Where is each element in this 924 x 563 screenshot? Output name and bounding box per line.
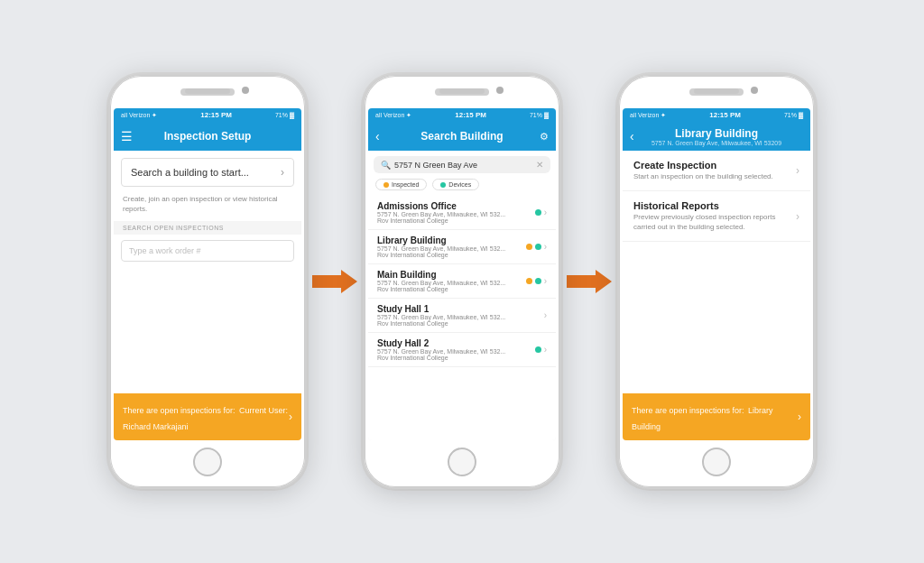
chevron-right-icon: › (281, 166, 284, 179)
phone-2-status-bar: all Verizon ✦ 12:15 PM 71% ▓ (368, 108, 556, 122)
hamburger-icon[interactable]: ☰ (121, 129, 133, 143)
building-item-right: › (535, 345, 547, 355)
hint-text: Create, join an open inspection or view … (114, 194, 301, 221)
building-item[interactable]: Library Building5757 N. Green Bay Ave, M… (368, 230, 556, 264)
building-address: 5757 N. Green Bay Ave, Milwaukee, WI 532… (377, 314, 505, 320)
building-item[interactable]: Main Building5757 N. Green Bay Ave, Milw… (368, 264, 556, 299)
building-item[interactable]: Study Hall 25757 N. Green Bay Ave, Milwa… (368, 333, 556, 367)
section-label: SEARCH OPEN INSPECTIONS (114, 221, 301, 235)
phone-2-wrapper: all Verizon ✦ 12:15 PM 71% ▓ ‹ Search Bu… (363, 74, 561, 489)
historical-reports-desc: Preview previously closed inspection rep… (633, 213, 796, 232)
building-address: 5757 N. Green Bay Ave, Milwaukee, WI 532… (377, 211, 505, 217)
notification-bar-1[interactable]: There are open inspections for: Current … (114, 393, 301, 440)
phone-3-wrapper: all Verizon ✦ 12:15 PM 71% ▓ ‹ Library B… (617, 74, 816, 489)
building-org: Rov International College (377, 355, 505, 361)
building-name: Study Hall 2 (377, 338, 505, 348)
filter-chip-devices[interactable]: Devices (432, 179, 479, 190)
work-order-input[interactable]: Type a work order # (121, 240, 294, 262)
historical-reports-title: Historical Reports (633, 200, 796, 211)
chevron-right-icon: › (544, 345, 547, 355)
phone-3-speaker (694, 88, 739, 94)
chevron-right-icon: › (544, 208, 547, 217)
chevron-right-icon: › (544, 310, 547, 320)
building-item-info: Main Building5757 N. Green Bay Ave, Milw… (377, 270, 505, 292)
notif-line1-3: There are open inspections for: (632, 406, 744, 415)
phone-2: all Verizon ✦ 12:15 PM 71% ▓ ‹ Search Bu… (363, 74, 561, 489)
back-icon-3[interactable]: ‹ (630, 129, 634, 143)
chevron-right-icon: › (544, 276, 547, 286)
building-item[interactable]: Study Hall 15757 N. Green Bay Ave, Milwa… (368, 299, 556, 333)
time-display-2: 12:15 PM (455, 111, 486, 119)
historical-reports-item[interactable]: Historical Reports Preview previously cl… (623, 191, 810, 242)
notif-line1: There are open inspections for: (123, 406, 236, 415)
filter-inspected-label: Inspected (392, 181, 419, 188)
building-address: 5757 N. Green Bay Ave, Milwaukee, WI 532… (377, 245, 505, 252)
building-address: 5757 N. Green Bay Ave, Milwaukee, WI 532… (377, 348, 505, 355)
arrow-1 (307, 268, 363, 295)
search-bar[interactable]: 🔍 5757 N Green Bay Ave ✕ (374, 156, 550, 173)
phone-1-speaker (185, 88, 230, 94)
phone-1: all Verizon ✦ 12:15 PM 71% ▓ ☰ Inspectio… (108, 74, 307, 489)
phone-3-content: Create Inspection Start an inspection on… (623, 151, 810, 440)
search-building-button[interactable]: Search a building to start... › (121, 158, 294, 187)
building-item-right: › (544, 310, 547, 320)
phone-3: all Verizon ✦ 12:15 PM 71% ▓ ‹ Library B… (617, 74, 816, 489)
svg-marker-0 (312, 270, 357, 293)
notification-text: There are open inspections for: Current … (123, 401, 289, 433)
building-item-info: Library Building5757 N. Green Bay Ave, M… (377, 235, 505, 258)
phone-2-nav-bar: ‹ Search Building ⚙ (368, 122, 556, 151)
building-org: Rov International College (377, 320, 505, 327)
device-dot-indicator (535, 209, 541, 216)
create-inspection-item[interactable]: Create Inspection Start an inspection on… (623, 151, 810, 191)
chevron-right-icon: › (544, 242, 547, 252)
device-dot-indicator (535, 244, 541, 250)
signal-icon-2: all Verizon ✦ (375, 112, 411, 119)
notification-bar-3[interactable]: There are open inspections for: Library … (623, 393, 810, 440)
phone-3-camera (751, 87, 758, 94)
building-name: Main Building (377, 270, 505, 280)
time-display: 12:15 PM (200, 111, 232, 119)
device-dot-indicator (535, 278, 541, 284)
phone-2-camera (496, 87, 504, 94)
create-inspection-info: Create Inspection Start an inspection on… (633, 160, 773, 181)
building-item-info: Study Hall 15757 N. Green Bay Ave, Milwa… (377, 304, 505, 327)
building-item-right: › (526, 242, 547, 252)
building-org: Rov International College (377, 252, 505, 258)
phone-3-nav-title: Library Building (675, 127, 758, 140)
phone-2-screen: all Verizon ✦ 12:15 PM 71% ▓ ‹ Search Bu… (368, 108, 556, 440)
building-address: 5757 N. Green Bay Ave, Milwaukee, WI 532… (377, 280, 505, 286)
building-item-info: Admissions Office5757 N. Green Bay Ave, … (377, 201, 505, 224)
phone-1-screen: all Verizon ✦ 12:15 PM 71% ▓ ☰ Inspectio… (114, 108, 301, 440)
phone-1-status-bar: all Verizon ✦ 12:15 PM 71% ▓ (114, 108, 301, 122)
filter-icon[interactable]: ⚙ (540, 131, 549, 143)
phone-1-content: Search a building to start... › Create, … (114, 151, 301, 440)
phone-2-home[interactable] (448, 448, 476, 476)
battery-icon: 71% ▓ (275, 112, 294, 118)
device-dot-indicator (535, 346, 541, 353)
search-input-value: 5757 N Green Bay Ave (394, 161, 532, 170)
inspected-dot (383, 182, 389, 188)
create-inspection-title: Create Inspection (633, 160, 773, 171)
phone-3-nav-subtitle: 5757 N. Green Bay Ave, Milwaukee, WI 532… (651, 140, 781, 146)
phone-3-screen: all Verizon ✦ 12:15 PM 71% ▓ ‹ Library B… (623, 108, 810, 440)
building-item-info: Study Hall 25757 N. Green Bay Ave, Milwa… (377, 338, 505, 361)
battery-icon-3: 71% ▓ (784, 112, 803, 118)
phone-1-wrapper: all Verizon ✦ 12:15 PM 71% ▓ ☰ Inspectio… (108, 74, 307, 489)
notif-arrow-icon: › (289, 411, 292, 423)
phone-1-home[interactable] (193, 448, 222, 476)
main-scene: all Verizon ✦ 12:15 PM 71% ▓ ☰ Inspectio… (0, 0, 924, 563)
notification-text-3: There are open inspections for: Library … (632, 401, 798, 433)
phone-3-status-bar: all Verizon ✦ 12:15 PM 71% ▓ (623, 108, 810, 122)
historical-reports-chevron: › (796, 210, 799, 223)
create-inspection-desc: Start an inspection on the building sele… (633, 172, 773, 181)
back-icon-2[interactable]: ‹ (375, 129, 380, 143)
clear-icon[interactable]: ✕ (536, 160, 543, 170)
search-icon: 🔍 (381, 161, 391, 170)
filter-chip-inspected[interactable]: Inspected (375, 179, 427, 190)
create-inspection-chevron: › (796, 164, 799, 177)
building-item[interactable]: Admissions Office5757 N. Green Bay Ave, … (368, 196, 556, 230)
phone-3-home[interactable] (702, 448, 731, 476)
building-name: Admissions Office (377, 201, 505, 211)
battery-icon-2: 71% ▓ (530, 112, 549, 118)
building-list: Admissions Office5757 N. Green Bay Ave, … (368, 196, 556, 440)
